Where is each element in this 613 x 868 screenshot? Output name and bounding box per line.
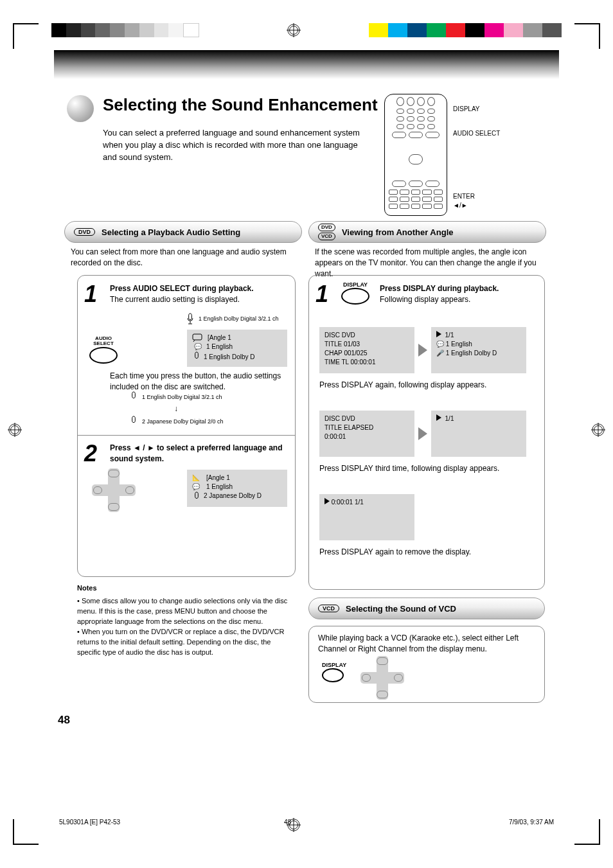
remote-label-audio-select: AUDIO SELECT [453,130,500,138]
color-swatch-bar [369,23,562,37]
step1-sub: The current audio setting is displayed. [110,295,240,304]
section-b-lead: If the scene was recorded from multiple … [315,247,543,279]
section-heading-audio: DVD Selecting a Playback Audio Setting [64,221,302,243]
crop-mark [13,23,39,49]
down-arrow-icon: ↓ [174,404,178,413]
grayscale-swatch-bar [51,23,199,37]
crop-mark [574,819,600,845]
panel-angle-view: 1 DISPLAY Press DISPLAY during playback.… [308,275,545,590]
mic-icon [129,416,138,427]
notes-body: • Some discs allow you to change audio s… [77,596,296,658]
footer-date: 7/9/03, 9:37 AM [509,819,554,826]
panel-vcd-sound: While playing back a VCD (Karaoke etc.),… [308,626,545,703]
step2-head: Press ◄ / ► to select a preferred langua… [110,443,283,463]
page-title: Selecting the Sound Enhancement [103,95,378,115]
footer-page: 48 [284,819,291,826]
button-label-display: DISPLAY [322,662,346,668]
step1-head: Press AUDIO SELECT during playback. [110,284,254,293]
audio-select-button-icon [89,347,118,364]
transition-text: Press DISPLAY again to remove the displa… [319,547,538,558]
step-number: 2 [84,440,97,467]
display-button-icon [341,288,369,305]
transition-text: Press DISPLAY again, following display a… [319,380,538,391]
page-number: 48 [58,714,70,727]
crop-mark [574,23,600,49]
direction-pad-icon [92,468,136,512]
panel-audio-select: 1 Press AUDIO SELECT during playback. Th… [77,275,296,577]
remote-label-arrows: ◄/► [453,202,468,210]
section-a-title: Selecting a Playback Audio Setting [102,227,240,237]
play-icon [324,498,330,504]
section-bullet-icon [67,95,94,122]
display-button-icon [322,668,344,682]
button-label-display: DISPLAY [341,282,369,288]
section-heading-vcd-sound: VCD Selecting the Sound of VCD [308,598,545,619]
arrow-right-icon [418,344,427,357]
section-a-lead: You can select from more than one langua… [71,247,296,269]
angle-icon [192,333,205,342]
crop-mark [13,819,39,845]
svg-rect-16 [193,334,202,340]
disc-type-pill: VCD [318,233,335,240]
step1-explain: Each time you press the button, the audi… [110,371,290,393]
footer-filename: 5L90301A [E] P42-53 [59,819,120,826]
step-number: 1 [84,281,97,308]
section-b-title: Viewing from Another Angle [342,227,454,237]
notes-title: Notes [77,584,97,592]
remote-control-diagram [384,94,447,216]
page-intro: You can select a preferred language and … [103,127,373,164]
play-icon [436,414,441,421]
disc-type-pill: DVD [74,228,95,236]
osd-split: DISC DVD TITLE ELAPSED 0:00:01 1/1 [319,411,526,457]
registration-mark-icon [591,423,605,437]
section-c-title: Selecting the Sound of VCD [346,604,456,614]
remote-label-display: DISPLAY [453,105,480,114]
mic-icon [192,492,201,503]
section-c-body: While playing back a VCD (Karaoke etc.),… [318,633,537,655]
transition-text: Press DISPLAY third time, following disp… [319,463,538,474]
manual-page: { "header": { "title": "Selecting the So… [0,0,613,868]
direction-pad-icon [360,656,404,700]
section-heading-angle: DVD VCD Viewing from Another Angle [308,221,546,243]
arrow-right-icon [418,427,427,440]
play-icon [436,331,441,337]
r-step1-head: Press DISPLAY during playback. [380,284,499,293]
disc-type-pill: VCD [318,605,339,612]
header-gradient [54,50,559,79]
registration-mark-icon [287,23,301,37]
button-label-audio-select: AUDIO SELECT [89,336,118,347]
mic-icon [186,313,195,324]
osd-split: DISC DVD TITLE 01/03 CHAP 001/025 TIME T… [319,327,526,373]
osd-screen: 📐[Angle 1 💬1 English 2 Japanese Dolby D [187,470,287,507]
r-step1-sub: Following display appears. [380,295,470,304]
step-number: 1 [315,281,328,308]
mic-icon [129,391,138,403]
osd-audio-line: 1 English Dolby Digital 3/2.1 ch [199,315,279,322]
registration-mark-icon [8,423,22,437]
osd-screen: 0:00:01 1/1 [319,494,414,540]
osd-screen: [Angle 1 💬1 English 1 English Dolby D [187,330,287,367]
mic-icon [192,351,201,363]
remote-label-enter: ENTER [453,193,475,201]
disc-type-pill: DVD [318,224,335,231]
